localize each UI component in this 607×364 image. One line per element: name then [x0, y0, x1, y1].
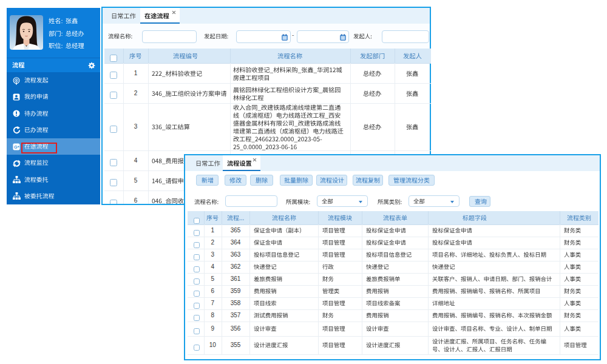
- svg-text:G: G: [14, 144, 18, 149]
